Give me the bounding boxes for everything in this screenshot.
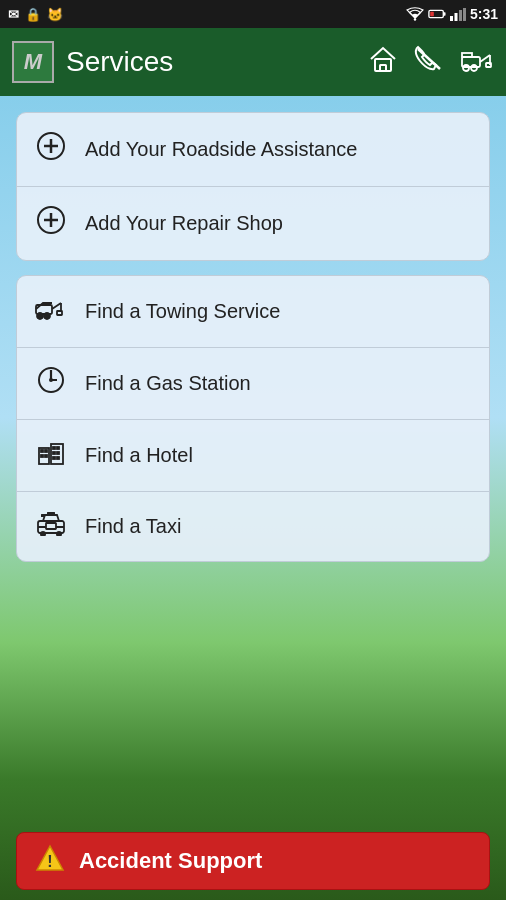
svg-rect-12 [462, 53, 472, 57]
svg-rect-38 [41, 455, 43, 457]
lock-icon: 🔒 [25, 7, 41, 22]
page-title: Services [66, 46, 173, 78]
hotel-icon [33, 438, 69, 473]
svg-rect-42 [53, 452, 55, 454]
home-icon[interactable] [368, 45, 398, 80]
phone-crossed-icon[interactable] [414, 45, 444, 80]
add-roadside-icon [33, 131, 69, 168]
signal-icon [450, 8, 466, 21]
content-area: Add Your Roadside Assistance Add Your Re… [0, 96, 506, 900]
add-repair-item[interactable]: Add Your Repair Shop [17, 187, 489, 260]
svg-rect-6 [459, 10, 462, 21]
svg-rect-44 [53, 457, 55, 459]
clock: 5:31 [470, 6, 498, 22]
header-icons [368, 45, 494, 80]
svg-point-50 [56, 531, 62, 536]
gas-icon [33, 366, 69, 401]
svg-rect-45 [57, 457, 59, 459]
add-roadside-item[interactable]: Add Your Roadside Assistance [17, 113, 489, 187]
find-services-card: Find a Towing Service Find a Gas Station [16, 275, 490, 562]
svg-rect-4 [450, 16, 453, 21]
find-gas-label: Find a Gas Station [85, 372, 251, 395]
tow-truck-icon[interactable] [460, 45, 494, 80]
taxi-icon [33, 510, 69, 543]
wifi-icon [406, 7, 424, 21]
svg-rect-51 [46, 523, 56, 529]
svg-rect-9 [380, 65, 386, 71]
svg-point-33 [49, 378, 53, 382]
svg-rect-2 [443, 12, 445, 16]
find-towing-item[interactable]: Find a Towing Service [17, 276, 489, 348]
svg-text:!: ! [47, 853, 52, 870]
find-towing-label: Find a Towing Service [85, 300, 280, 323]
svg-rect-48 [47, 512, 55, 515]
svg-point-29 [44, 313, 50, 319]
svg-rect-5 [454, 13, 457, 21]
app-header: M Services [0, 28, 506, 96]
svg-rect-27 [57, 311, 62, 315]
svg-rect-39 [45, 455, 47, 457]
svg-rect-37 [45, 450, 47, 452]
find-hotel-item[interactable]: Find a Hotel [17, 420, 489, 492]
add-repair-icon [33, 205, 69, 242]
gmail-icon: ✉ [8, 7, 19, 22]
svg-line-10 [418, 49, 440, 69]
svg-point-49 [40, 531, 46, 536]
warning-icon: ! [35, 844, 65, 879]
towing-icon [33, 294, 69, 329]
add-roadside-label: Add Your Roadside Assistance [85, 138, 357, 161]
find-gas-item[interactable]: Find a Gas Station [17, 348, 489, 420]
svg-point-16 [463, 65, 469, 71]
svg-rect-47 [41, 514, 45, 517]
svg-point-0 [414, 18, 416, 20]
svg-rect-3 [430, 12, 434, 17]
app-logo: M [12, 41, 54, 83]
accident-support-bar[interactable]: ! Accident Support [16, 832, 490, 890]
svg-rect-43 [57, 452, 59, 454]
add-services-card: Add Your Roadside Assistance Add Your Re… [16, 112, 490, 261]
add-repair-label: Add Your Repair Shop [85, 212, 283, 235]
battery-icon [428, 8, 446, 20]
svg-rect-15 [486, 63, 491, 67]
find-taxi-item[interactable]: Find a Taxi [17, 492, 489, 561]
find-taxi-label: Find a Taxi [85, 515, 181, 538]
svg-point-28 [37, 313, 43, 319]
svg-rect-40 [53, 447, 55, 449]
svg-rect-7 [463, 8, 466, 21]
svg-line-25 [52, 303, 61, 309]
svg-rect-36 [41, 450, 43, 452]
status-right: 5:31 [406, 6, 498, 22]
status-left: ✉ 🔒 🐱 [8, 7, 63, 22]
svg-point-17 [471, 65, 477, 71]
accident-support-label: Accident Support [79, 848, 262, 874]
status-bar: ✉ 🔒 🐱 5:31 [0, 0, 506, 28]
face-icon: 🐱 [47, 7, 63, 22]
svg-rect-41 [57, 447, 59, 449]
header-left: M Services [12, 41, 173, 83]
find-hotel-label: Find a Hotel [85, 444, 193, 467]
svg-line-13 [480, 55, 490, 62]
